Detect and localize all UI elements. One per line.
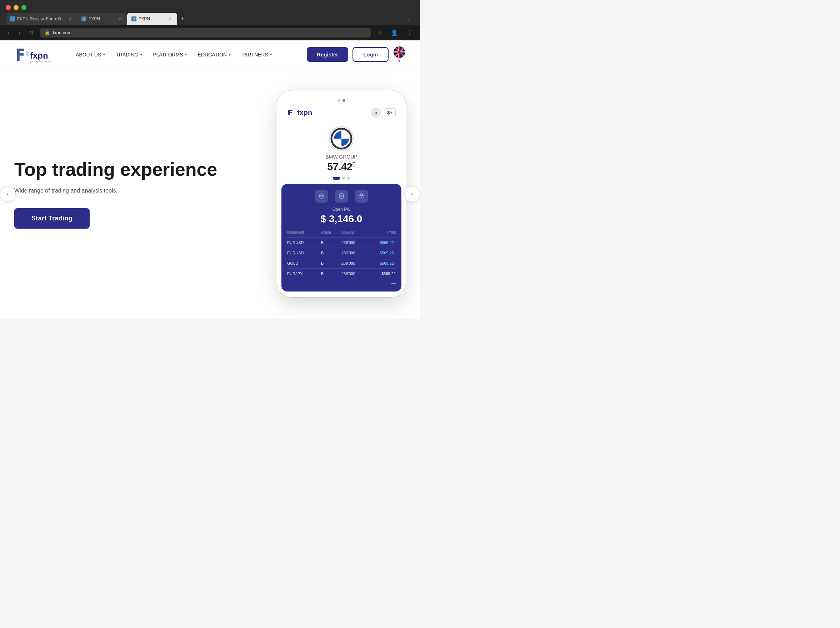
bookmark-button[interactable]: ☆	[375, 28, 384, 38]
pnl-value: $ 3,146.0	[287, 213, 396, 225]
trade-panel-icons	[287, 190, 396, 202]
trade-icon-2	[335, 190, 348, 202]
svg-rect-11	[359, 195, 364, 199]
browser-tab-3[interactable]: ⚡ FXPN ✕	[127, 13, 177, 25]
website-content: W WikiFX W WikiFX W WikiFX W WikiFX W Wi…	[0, 40, 420, 319]
table-row-1: EURUSD B 236'000 $569.22 ›	[287, 237, 396, 248]
tab-favicon-2: ⚡	[81, 16, 87, 21]
th-amount: Amount	[341, 230, 369, 234]
nav-partners-label: PARTNERS	[242, 52, 268, 57]
row1-profit[interactable]: $569.22 ›	[369, 240, 396, 245]
bmw-logo-svg	[330, 127, 353, 150]
browser-chrome: F FXPN Review, Forex Broker&... ✕ ⚡ FXPN…	[0, 0, 420, 40]
stock-price: 57.426	[327, 161, 356, 172]
nav-about-label: ABOUT US	[76, 52, 101, 57]
phone-logo-text: fxpn	[297, 109, 312, 117]
nav-item-about[interactable]: ABOUT US ▼	[71, 49, 110, 60]
phone-mockup: fxpn ● $+	[277, 90, 406, 297]
carousel-next-button[interactable]: ›	[404, 186, 420, 202]
close-window-button[interactable]	[6, 5, 11, 10]
row2-profit[interactable]: $569.22 ›	[369, 251, 396, 255]
row4-profit: $569.22	[369, 272, 396, 276]
notch-dot-1	[338, 99, 340, 102]
flag-icon	[393, 46, 406, 59]
register-button[interactable]: Register	[307, 47, 348, 62]
nav-item-platforms[interactable]: PLATFORMS ▼	[148, 49, 192, 60]
traffic-lights	[0, 0, 420, 13]
forward-button[interactable]: ›	[16, 28, 22, 38]
tab-favicon-3: ⚡	[131, 16, 136, 21]
browser-tab-1[interactable]: F FXPN Review, Forex Broker&... ✕	[6, 13, 77, 25]
nav-actions: Register Login ▼	[307, 46, 406, 63]
trade-table-header: Instrument Action Amount Profit	[287, 229, 396, 236]
new-tab-button[interactable]: +	[177, 14, 188, 24]
browser-tab-2[interactable]: ⚡ FXPN ✕	[77, 13, 127, 25]
row2-instrument: EURUSD	[287, 251, 321, 255]
svg-text:fxpn: fxpn	[30, 51, 48, 60]
phone-notch-area	[283, 96, 400, 106]
row2-arrow[interactable]: ›	[395, 251, 396, 255]
hero-content: Top trading experience Wide range of tra…	[14, 159, 277, 229]
row4-amount: 236'000	[341, 272, 369, 276]
nav-education-label: EDUCATION	[198, 52, 227, 57]
account-button[interactable]: 👤	[388, 28, 400, 38]
nav-platforms-label: PLATFORMS	[153, 52, 183, 57]
tab-title-2: FXPN	[88, 16, 116, 21]
carousel-prev-button[interactable]: ‹	[0, 186, 16, 202]
trade-icon-3	[355, 190, 368, 202]
nav-platforms-chevron: ▼	[184, 52, 188, 57]
nav-trading-label: TRADING	[116, 52, 138, 57]
row4-action: B	[321, 272, 341, 276]
language-selector[interactable]: ▼	[393, 46, 406, 63]
phone-profile-button[interactable]: ●	[371, 108, 381, 117]
minimize-window-button[interactable]	[14, 5, 19, 10]
hero-title: Top trading experience	[14, 159, 263, 180]
tab-close-2[interactable]: ✕	[118, 16, 123, 22]
hero-subtitle: Wide range of trading and analysis tools…	[14, 188, 263, 194]
row3-arrow[interactable]: ›	[395, 261, 396, 266]
back-button[interactable]: ‹	[6, 28, 12, 38]
security-lock-icon: 🔒	[44, 30, 50, 35]
th-profit: Profit	[369, 230, 396, 234]
tab-close-3[interactable]: ✕	[168, 16, 173, 22]
table-row-4: EURJPY B 236'000 $569.22	[287, 268, 396, 278]
nav-education-chevron: ▼	[228, 52, 231, 57]
tab-overflow-button[interactable]: ⌄	[404, 14, 414, 24]
tab-close-1[interactable]: ✕	[68, 16, 73, 22]
phone-deposit-button[interactable]: $+	[384, 108, 396, 117]
table-row-3: GOLD B 236'000 $569.22 ›	[287, 258, 396, 268]
more-options-button[interactable]: ⋮	[404, 28, 414, 38]
svg-point-10	[340, 195, 343, 197]
fullscreen-window-button[interactable]	[21, 5, 27, 10]
nav-trading-chevron: ▼	[139, 52, 143, 57]
trade-table: Instrument Action Amount Profit EURUSD B…	[287, 229, 396, 278]
login-button[interactable]: Login	[352, 47, 388, 62]
row3-profit[interactable]: $569.22 ›	[369, 261, 396, 266]
trade-minimize-area: —	[287, 278, 396, 286]
phone-stock-area: BMW GROUP 57.426	[283, 123, 400, 172]
reload-button[interactable]: ↻	[27, 28, 36, 38]
phone-carousel-dots	[283, 172, 400, 181]
stock-price-sup: 6	[352, 161, 356, 168]
url-bar[interactable]: 🔒 fxpn.com	[40, 28, 371, 38]
nav-about-chevron: ▼	[102, 52, 106, 57]
minimize-button[interactable]: —	[391, 280, 396, 286]
nav-partners-chevron: ▼	[269, 52, 273, 57]
start-trading-button[interactable]: Start Trading	[14, 208, 90, 229]
tab-title-1: FXPN Review, Forex Broker&...	[17, 16, 66, 21]
phone-dot-2	[342, 177, 345, 180]
nav-item-partners[interactable]: PARTNERS ▼	[237, 49, 277, 60]
pnl-label: Open P/L	[287, 207, 396, 212]
tab-title-3: FXPN	[139, 16, 166, 21]
stock-name: BMW GROUP	[325, 154, 357, 160]
language-dropdown-arrow: ▼	[398, 59, 401, 63]
phone-action-buttons: ● $+	[371, 108, 396, 117]
row1-action: B	[321, 240, 341, 245]
row1-amount: 236'000	[341, 240, 369, 245]
nav-item-trading[interactable]: TRADING ▼	[111, 49, 147, 60]
th-action: Action	[321, 230, 341, 234]
row1-arrow[interactable]: ›	[395, 241, 396, 245]
logo[interactable]: fxpn your trading partner	[14, 46, 57, 63]
nav-item-education[interactable]: EDUCATION ▼	[194, 49, 236, 60]
row1-instrument: EURUSD	[287, 240, 321, 245]
